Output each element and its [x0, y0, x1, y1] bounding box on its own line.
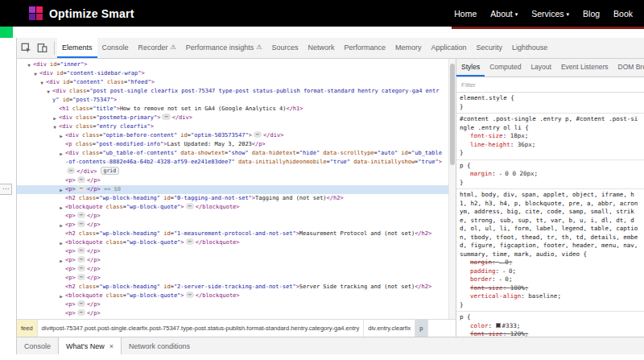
dom-tree-row[interactable]: ▶<p>⋯</p>	[17, 256, 456, 265]
inline-expand-button[interactable]: ⋯	[254, 131, 262, 138]
sidebar-tab-dom-breakpoints[interactable]: DOM Breakpoints	[613, 59, 644, 77]
grid-badge[interactable]: grid	[101, 167, 120, 175]
expand-arrow-right-icon[interactable]: ▶	[58, 221, 64, 230]
dom-tree-row[interactable]: ▼<div id="inner">	[17, 60, 456, 69]
breadcrumb-item[interactable]: div#post-75347.post.post-single.clearfix…	[38, 320, 365, 337]
dom-tree-row[interactable]: <p>⋯</p>	[17, 309, 456, 318]
dom-tree-row[interactable]: ▶<div class="optim-before-content" id="o…	[17, 131, 456, 140]
css-property[interactable]: vertical-align: baseline;	[460, 292, 641, 301]
inline-expand-button[interactable]: ⋯	[77, 309, 85, 316]
nav-item-book[interactable]: Book	[613, 9, 633, 19]
expand-arrow-down-icon[interactable]: ▼	[39, 78, 45, 87]
css-selector[interactable]: p {	[460, 313, 641, 322]
breadcrumb-item[interactable]: p	[415, 320, 427, 337]
dom-tree-row[interactable]: ▶<blockquote class="wp-block-quote">⋯</b…	[17, 292, 456, 300]
css-selector[interactable]: element.style {	[460, 94, 641, 103]
inline-expand-button[interactable]: ⋯	[77, 176, 85, 183]
devtools-tab-elements[interactable]: Elements	[57, 38, 97, 58]
css-property[interactable]: line-height: 36px;	[460, 141, 641, 150]
expand-arrow-down-icon[interactable]: ▼	[52, 122, 58, 131]
dom-tree-row[interactable]: <p>⋯</p>	[17, 265, 456, 274]
dom-tree-row[interactable]: ▼<div id="content-sidebar-wrap">	[17, 69, 456, 78]
devtools-tab-recorder[interactable]: Recorder⚠	[134, 38, 181, 58]
inline-expand-button[interactable]: ⋯	[162, 114, 170, 120]
expand-arrow-right-icon[interactable]: ▶	[58, 149, 64, 158]
inline-expand-button[interactable]: ⋯	[77, 256, 85, 263]
device-toolbar-icon[interactable]	[37, 43, 47, 53]
nav-item-home[interactable]: Home	[454, 9, 477, 19]
inline-expand-button[interactable]: ⋯	[186, 292, 194, 298]
inline-expand-button[interactable]: ⋯	[77, 265, 85, 271]
inline-expand-button[interactable]: ⋯	[186, 203, 194, 209]
sidebar-tab-layout[interactable]: Layout	[526, 59, 556, 77]
expand-arrow-right-icon[interactable]: ▶	[58, 131, 64, 140]
css-property[interactable]: border: ▸ 0;	[460, 275, 641, 284]
elements-scrollbar[interactable]	[448, 59, 456, 319]
inline-expand-button[interactable]: ⋯	[77, 185, 85, 192]
css-property[interactable]: font-size: 120%;	[460, 330, 641, 337]
shorthand-expand-icon[interactable]: ▸	[503, 268, 509, 274]
devtools-tab-sources[interactable]: Sources	[266, 38, 303, 58]
devtools-tab-console[interactable]: Console	[97, 38, 134, 58]
dom-tree-row[interactable]: <p>⋯</p>	[17, 300, 456, 309]
css-property[interactable]: font-size: 18px;	[460, 132, 641, 141]
dom-tree-row[interactable]: ▼<div class="post post-single clearfix p…	[17, 87, 456, 105]
devtools-tab-security[interactable]: Security	[472, 38, 508, 58]
css-selector[interactable]: html, body, div, span, applet, object, i…	[460, 191, 641, 259]
devtools-tab-lighthouse[interactable]: Lighthouse	[507, 38, 552, 58]
dom-tree-row[interactable]: <p class="post-modified-info">Last Updat…	[17, 140, 456, 149]
dom-tree-row[interactable]: ▼<div id="content" class="hfeed">	[17, 78, 456, 87]
breadcrumb-item[interactable]: feed	[17, 320, 38, 337]
expand-arrow-down-icon[interactable]: ▼	[45, 87, 52, 96]
dom-tree-row[interactable]: <h1 class="title">How to remove not set …	[17, 105, 456, 114]
sidebar-tab-event-listeners[interactable]: Event Listeners	[556, 59, 613, 77]
inline-expand-button[interactable]: ⋯	[186, 238, 194, 245]
color-swatch[interactable]	[496, 323, 501, 328]
inline-expand-button[interactable]: ⋯	[77, 212, 85, 218]
expand-arrow-right-icon[interactable]: ▶	[58, 238, 64, 247]
inline-expand-button[interactable]: ⋯	[77, 247, 85, 254]
dom-tree-row[interactable]: ▼<div class="entry clearfix">	[17, 122, 456, 131]
css-property[interactable]: padding: ▸ 0;	[460, 267, 641, 276]
dom-tree-row[interactable]: ▶<div class="postmeta-primary">⋯</div>	[17, 114, 456, 122]
drawer-tab-what-s-new[interactable]: What's New×	[58, 337, 122, 354]
dom-tree-row[interactable]: <h2 class="wp-block-heading" id="1-measu…	[17, 230, 456, 238]
devtools-tab-performance-insights[interactable]: Performance insights⚠	[181, 38, 267, 58]
css-property[interactable]: font-size: 100%;	[460, 284, 641, 293]
inspect-element-icon[interactable]	[21, 43, 31, 53]
expand-arrow-right-icon[interactable]: ▶	[58, 185, 64, 194]
expand-arrow-right-icon[interactable]: ▶	[58, 256, 64, 265]
expand-arrow-right-icon[interactable]: ▶	[58, 292, 64, 300]
close-icon[interactable]: ×	[109, 342, 114, 350]
drawer-tab-console[interactable]: Console	[17, 337, 58, 354]
breadcrumb-item[interactable]: div.entry.clearfix	[364, 320, 415, 337]
expand-arrow-right-icon[interactable]: ▶	[52, 114, 58, 122]
brand[interactable]: Optimize Smart	[29, 6, 134, 20]
css-property[interactable]: color: #333;	[460, 322, 641, 331]
css-selector[interactable]: #content .post-single .entry p, #content…	[460, 115, 641, 132]
page-overflow-handle[interactable]: ⋯	[0, 184, 12, 195]
dom-tree-row[interactable]: <p>⋯</p>	[17, 212, 456, 221]
inline-expand-button[interactable]: ⋯	[77, 300, 85, 307]
devtools-tab-application[interactable]: Application	[427, 38, 472, 58]
nav-item-blog[interactable]: Blog	[583, 9, 600, 19]
scrollbar-thumb[interactable]	[450, 64, 455, 165]
styles-filter-bar[interactable]: Filter	[456, 77, 644, 93]
dom-tree-row[interactable]: ▶<blockquote class="wp-block-quote">⋯</b…	[17, 238, 456, 247]
dom-tree-row[interactable]: <p>⋯</p>	[17, 176, 456, 185]
css-selector[interactable]: p {	[460, 162, 641, 171]
dom-tree-row[interactable]: <p>⋯</p>	[17, 274, 456, 283]
expand-arrow-right-icon[interactable]: ▶	[58, 203, 64, 212]
devtools-tab-performance[interactable]: Performance	[340, 38, 391, 58]
dom-tree-row[interactable]: ▶<p>⋯</p> == $0	[17, 185, 456, 194]
sidebar-tab-computed[interactable]: Computed	[485, 59, 526, 77]
nav-item-about[interactable]: About▾	[490, 9, 518, 19]
dom-tree-row[interactable]: <h2 class="wp-block-heading" id="2-serve…	[17, 283, 456, 292]
css-property[interactable]: margin: ▸ 0;	[460, 259, 641, 267]
expand-arrow-down-icon[interactable]: ▼	[26, 60, 32, 69]
dom-tree-row[interactable]: <h2 class="wp-block-heading" id="0-taggi…	[17, 194, 456, 203]
devtools-tab-network[interactable]: Network	[303, 38, 340, 58]
dom-tree-row[interactable]: <p>⋯</p>	[17, 247, 456, 256]
inline-expand-button[interactable]: ⋯	[67, 168, 75, 174]
css-property[interactable]: margin: ▸ 0 0 20px;	[460, 170, 641, 179]
